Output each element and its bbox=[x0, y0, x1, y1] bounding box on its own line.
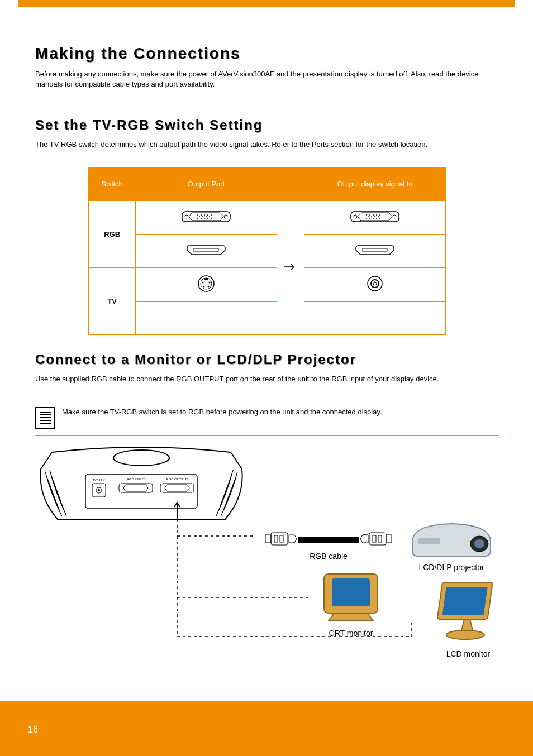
hdmi-port-icon bbox=[184, 242, 229, 260]
note-block: Make sure the TV-RGB switch is set to RG… bbox=[35, 401, 499, 436]
svg-point-60 bbox=[474, 539, 484, 548]
svg-point-8 bbox=[209, 216, 210, 217]
svg-rect-61 bbox=[418, 538, 440, 544]
svg-point-7 bbox=[206, 216, 207, 217]
page-number: 16 bbox=[28, 725, 38, 735]
dev-tv-blank bbox=[304, 301, 446, 334]
svg-point-65 bbox=[446, 630, 484, 639]
svg-point-2 bbox=[204, 214, 205, 216]
svg-text:RGB INPUT: RGB INPUT bbox=[127, 477, 145, 481]
svg-point-16 bbox=[366, 214, 367, 216]
th-switch: Switch bbox=[89, 167, 136, 200]
dlp-projector: LCD/DLP projector bbox=[404, 519, 499, 572]
svg-point-10 bbox=[201, 218, 202, 219]
svg-rect-36 bbox=[204, 278, 208, 280]
connection-diagram: DC 12V RGB INPUT RGB OUTPUT bbox=[35, 447, 499, 659]
svg-rect-52 bbox=[271, 533, 288, 545]
svideo-port-icon bbox=[195, 272, 217, 296]
svg-point-6 bbox=[202, 216, 203, 217]
svg-point-21 bbox=[368, 216, 369, 217]
svg-point-4 bbox=[211, 214, 212, 216]
vga-plug-right-icon bbox=[359, 530, 393, 549]
svg-point-44 bbox=[113, 450, 169, 466]
svg-point-13 bbox=[211, 218, 212, 219]
svg-point-0 bbox=[197, 214, 198, 216]
svg-point-20 bbox=[379, 214, 380, 216]
th-dev: Output display signal to bbox=[304, 167, 446, 200]
row-rgb-label: RGB bbox=[89, 200, 136, 267]
svg-point-30 bbox=[354, 215, 357, 218]
dev-tv-rca bbox=[304, 267, 446, 301]
svg-point-39 bbox=[203, 285, 205, 287]
svg-rect-54 bbox=[280, 535, 283, 542]
switch-setting-table: Switch Output Port Output display signal… bbox=[88, 167, 446, 335]
svg-rect-51 bbox=[265, 535, 271, 543]
svg-point-11 bbox=[204, 218, 205, 219]
svg-point-24 bbox=[378, 216, 379, 217]
page-heading: Making the Connections bbox=[35, 45, 499, 63]
svg-point-38 bbox=[209, 281, 211, 283]
vga-port-icon bbox=[350, 208, 400, 227]
th-port: Output Port bbox=[136, 167, 277, 200]
note-text: Make sure the TV-RGB switch is set to RG… bbox=[62, 407, 499, 417]
svg-rect-55 bbox=[386, 535, 392, 543]
row-tv-label: TV bbox=[89, 267, 136, 334]
svg-point-17 bbox=[369, 214, 370, 216]
section1-heading: Set the TV-RGB Switch Setting bbox=[35, 117, 499, 133]
svg-point-1 bbox=[201, 214, 202, 216]
arrow-col bbox=[277, 200, 304, 334]
svg-point-48 bbox=[98, 489, 100, 491]
port-rgb-vga bbox=[136, 200, 277, 234]
dlp-label: LCD/DLP projector bbox=[404, 563, 499, 572]
svg-rect-32 bbox=[194, 248, 218, 251]
crt-monitor: CRT monitor bbox=[309, 568, 393, 638]
svg-point-26 bbox=[369, 218, 370, 219]
svg-rect-62 bbox=[332, 578, 370, 606]
svg-point-15 bbox=[224, 215, 227, 218]
svg-point-19 bbox=[376, 214, 377, 216]
intro-text: Before making any connections, make sure… bbox=[35, 69, 499, 89]
lcd-label: LCD monitor bbox=[426, 649, 510, 658]
svg-rect-58 bbox=[378, 535, 382, 542]
svg-point-43 bbox=[373, 282, 377, 285]
svg-point-37 bbox=[202, 281, 204, 283]
svg-rect-57 bbox=[373, 535, 376, 542]
rgb-cable-label: RGB cable bbox=[253, 552, 404, 561]
header-accent-strip bbox=[18, 0, 515, 7]
svg-point-18 bbox=[373, 214, 374, 216]
svg-point-9 bbox=[197, 218, 198, 219]
svg-point-12 bbox=[207, 218, 208, 219]
svg-point-40 bbox=[208, 285, 210, 287]
svg-point-14 bbox=[185, 215, 188, 218]
dev-rgb-vga bbox=[304, 200, 446, 234]
svg-text:RGB OUTPUT: RGB OUTPUT bbox=[166, 477, 188, 481]
port-tv-svideo bbox=[136, 267, 277, 301]
svg-point-25 bbox=[366, 218, 367, 219]
rca-port-icon bbox=[364, 272, 386, 296]
vga-plug-left-icon bbox=[264, 530, 298, 549]
svg-point-42 bbox=[371, 280, 379, 288]
svg-rect-64 bbox=[442, 587, 488, 615]
footer-bar bbox=[0, 701, 533, 756]
svg-point-31 bbox=[393, 215, 396, 218]
page-content: Making the Connections Before making any… bbox=[35, 45, 499, 659]
rgb-cable: RGB cable bbox=[253, 530, 404, 561]
svg-point-22 bbox=[371, 216, 372, 217]
device-rear-panel: DC 12V RGB INPUT RGB OUTPUT bbox=[35, 447, 248, 536]
svg-point-5 bbox=[199, 216, 200, 217]
crt-label: CRT monitor bbox=[309, 629, 393, 638]
section2-heading: Connect to a Monitor or LCD/DLP Projecto… bbox=[35, 352, 499, 367]
dev-rgb-hdmi bbox=[304, 234, 446, 267]
hdmi-port-icon bbox=[353, 242, 397, 260]
section2-desc: Use the supplied RGB cable to connect th… bbox=[35, 374, 499, 384]
dc-label: DC 12V bbox=[93, 479, 104, 482]
svg-point-3 bbox=[207, 214, 208, 216]
svg-point-23 bbox=[374, 216, 375, 217]
section1-desc: The TV-RGB switch determines which outpu… bbox=[35, 140, 499, 150]
vga-port-icon bbox=[181, 208, 231, 227]
port-rgb-hdmi bbox=[136, 234, 277, 267]
svg-point-28 bbox=[376, 218, 377, 219]
svg-rect-33 bbox=[363, 248, 387, 251]
svg-point-41 bbox=[368, 276, 382, 291]
note-icon bbox=[35, 407, 55, 429]
